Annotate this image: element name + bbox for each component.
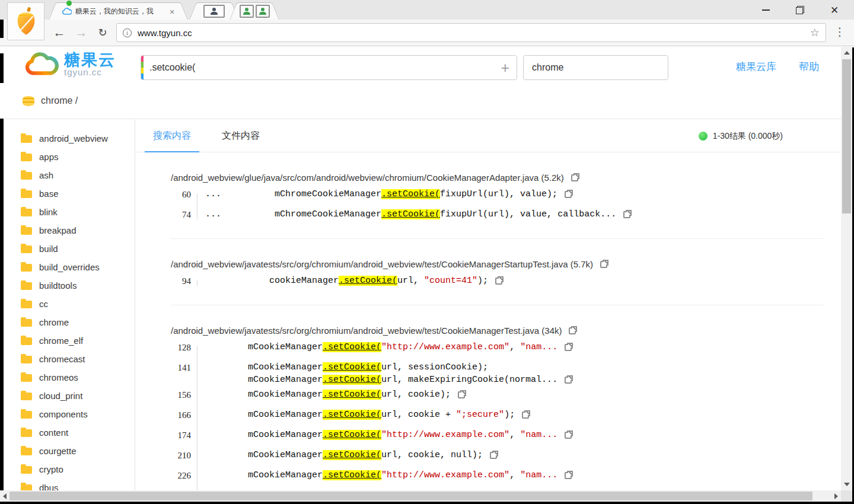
sidebar-folder-item[interactable]: base [0, 184, 135, 203]
header-nav: 糖果云库 帮助 [736, 60, 819, 74]
vertical-scrollbar[interactable] [841, 47, 852, 490]
site-logo[interactable]: 糖果云 tgyun.cc [24, 50, 116, 78]
sidebar-folder-label: build_overrides [39, 262, 100, 272]
line-number: 166 [171, 409, 197, 421]
sidebar-folder-item[interactable]: buildtools [0, 276, 135, 295]
external-link-icon[interactable] [495, 277, 502, 285]
scope-input[interactable] [532, 56, 662, 79]
vertical-scroll-thumb[interactable] [842, 59, 851, 213]
page-content: 糖果云 tgyun.cc + 糖果云库 帮助 chrome / [0, 47, 852, 502]
sidebar-folder-item[interactable]: android_webview [0, 129, 135, 148]
info-icon[interactable]: i [123, 28, 132, 37]
sidebar-folder-item[interactable]: content [0, 423, 135, 442]
sidebar-folder-label: chromecast [39, 354, 85, 364]
external-link-icon[interactable] [565, 191, 572, 198]
code-line-row: 94 cookieManager.setCookie(url, "count=4… [171, 275, 823, 287]
sidebar-folder-item[interactable]: chrome [0, 313, 135, 331]
external-link-icon[interactable] [600, 261, 607, 268]
add-query-button[interactable]: + [501, 58, 509, 77]
sidebar-folder-item[interactable]: chromecast [0, 350, 135, 368]
code-line: cookieManager.setCookie(url, "count=41")… [197, 275, 502, 287]
sidebar-folder-label: base [39, 189, 59, 199]
tab-status-dot [66, 1, 72, 6]
sidebar-folder-item[interactable]: ash [0, 166, 135, 184]
result-path-row: /android_webview/javatests/src/org/chrom… [171, 259, 823, 269]
code-line-row: 128 mCookieManager.setCookie("http://www… [171, 342, 823, 353]
external-link-icon[interactable] [565, 432, 572, 439]
browser-menu-icon[interactable]: ⋮ [834, 25, 846, 39]
external-link-icon[interactable] [569, 327, 576, 334]
sidebar-folder-item[interactable]: build [0, 240, 135, 258]
code-snippet-rows: 60 ... mChromeCookieManager.setCookie(fi… [171, 189, 823, 221]
search-input[interactable] [149, 56, 490, 79]
result-file-path[interactable]: /android_webview/glue/java/src/com/andro… [171, 173, 564, 183]
back-icon[interactable]: ← [50, 24, 68, 42]
forward-icon[interactable]: → [72, 24, 90, 42]
external-link-icon[interactable] [458, 391, 465, 398]
sidebar-folder-item[interactable]: courgette [0, 442, 135, 460]
sidebar-folder-item[interactable]: cc [0, 295, 135, 313]
scroll-down-icon[interactable] [844, 483, 850, 486]
code-line: mCookieManager.setCookie("http://www.exa… [197, 470, 572, 481]
browser-tab-profiles[interactable] [238, 2, 270, 20]
scroll-right-icon[interactable] [834, 493, 838, 499]
sidebar-folder-item[interactable]: cloud_print [0, 387, 135, 405]
folder-icon [21, 227, 32, 235]
scroll-left-icon[interactable] [3, 493, 7, 499]
sidebar-folder-item[interactable]: blink [0, 203, 135, 221]
url-text[interactable]: www.tgyun.cc [138, 28, 810, 38]
result-path-row: /android_webview/javatests/src/org/chrom… [171, 326, 823, 336]
sidebar-folder-item[interactable]: chromeos [0, 368, 135, 387]
close-window-button[interactable]: ✕ [826, 4, 843, 17]
tab-bar: 糖果云，我的知识云，我 × ✕ [0, 0, 854, 20]
folder-icon [21, 411, 32, 419]
line-number: 174 [171, 429, 197, 441]
line-number: 74 [171, 209, 197, 221]
external-link-icon[interactable] [490, 452, 497, 459]
nav-link-library[interactable]: 糖果云库 [736, 60, 776, 74]
result-file-path[interactable]: /android_webview/javatests/src/org/chrom… [171, 259, 593, 269]
nav-link-help[interactable]: 帮助 [799, 60, 819, 74]
search-box: + [141, 55, 517, 80]
sidebar-folder-label: crypto [39, 464, 63, 474]
breadcrumb[interactable]: chrome / [0, 83, 852, 119]
external-link-icon[interactable] [623, 211, 630, 218]
browser-tab-active[interactable]: 糖果云，我的知识云，我 × [58, 2, 179, 20]
code-line: mCookieManager.setCookie("http://www.exa… [197, 342, 572, 353]
result-file-path[interactable]: /android_webview/javatests/src/org/chrom… [171, 326, 562, 336]
restore-button[interactable] [791, 4, 809, 17]
external-link-icon[interactable] [565, 344, 572, 351]
sidebar-folder-item[interactable]: components [0, 405, 135, 423]
external-link-icon[interactable] [565, 377, 572, 384]
external-link-icon[interactable] [571, 174, 578, 181]
code-line: ... mChromeCookieManager.setCookie(fixup… [197, 189, 572, 200]
browser-tab-profile[interactable] [198, 2, 230, 20]
acorn-logo-button[interactable] [7, 2, 44, 40]
bookmark-star-icon[interactable]: ☆ [810, 26, 820, 39]
tab-close-icon[interactable]: × [167, 7, 177, 16]
tab-file-content[interactable]: 文件内容 [214, 120, 268, 152]
sidebar-folder-item[interactable]: apps [0, 148, 135, 166]
search-result-block: /android_webview/javatests/src/org/chrom… [171, 239, 823, 305]
database-icon [23, 96, 34, 106]
folder-icon [21, 245, 32, 253]
address-bar[interactable]: i www.tgyun.cc ☆ [116, 23, 826, 42]
folder-icon [21, 135, 32, 143]
sidebar-folder-item[interactable]: chrome_elf [0, 331, 135, 350]
sidebar-folder-item[interactable]: crypto [0, 460, 135, 479]
horizontal-scroll-thumb[interactable] [9, 492, 812, 500]
sidebar-folder-item[interactable]: breakpad [0, 221, 135, 240]
scope-box [523, 55, 668, 80]
user-icon [211, 8, 218, 15]
reload-icon[interactable]: ↻ [94, 24, 111, 42]
code-line-row: 174 mCookieManager.setCookie("http://www… [171, 429, 823, 441]
minimize-button[interactable] [757, 4, 775, 17]
external-link-icon[interactable] [522, 412, 529, 419]
scroll-up-icon[interactable] [844, 51, 850, 55]
external-link-icon[interactable] [565, 472, 572, 479]
code-line: mCookieManager.setCookie(url, sessionCoo… [197, 362, 488, 374]
sidebar-folder-item[interactable]: build_overrides [0, 258, 135, 276]
horizontal-scrollbar[interactable] [0, 490, 841, 502]
tab-search-content[interactable]: 搜索内容 [145, 120, 199, 152]
sidebar-folder-label: chrome [39, 317, 69, 327]
